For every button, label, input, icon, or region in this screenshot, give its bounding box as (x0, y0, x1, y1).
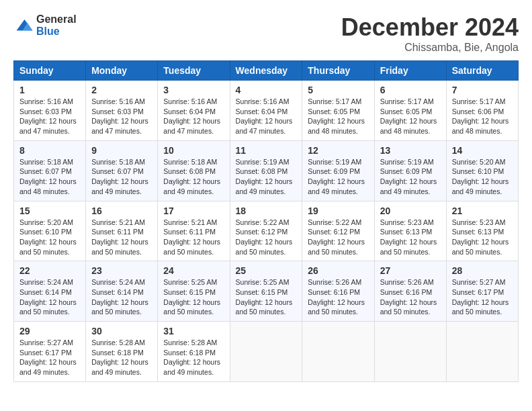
day-info: Sunrise: 5:28 AMSunset: 6:18 PMDaylight:… (163, 338, 224, 377)
logo-text: General Blue (36, 13, 77, 37)
table-row: 15Sunrise: 5:20 AMSunset: 6:10 PMDayligh… (14, 201, 86, 261)
col-friday: Friday (374, 61, 446, 81)
table-row: 22Sunrise: 5:24 AMSunset: 6:14 PMDayligh… (14, 261, 86, 322)
table-row: 2Sunrise: 5:16 AMSunset: 6:03 PMDaylight… (86, 81, 158, 141)
table-row: 12Sunrise: 5:19 AMSunset: 6:09 PMDayligh… (302, 140, 374, 201)
day-info: Sunrise: 5:22 AMSunset: 6:12 PMDaylight:… (308, 218, 368, 257)
day-number: 31 (163, 326, 224, 336)
day-number: 27 (380, 265, 441, 276)
table-row: 13Sunrise: 5:19 AMSunset: 6:09 PMDayligh… (374, 140, 446, 201)
table-row: 16Sunrise: 5:21 AMSunset: 6:11 PMDayligh… (86, 201, 158, 261)
table-row: 23Sunrise: 5:24 AMSunset: 6:14 PMDayligh… (86, 261, 158, 322)
day-number: 8 (19, 145, 80, 156)
day-number: 14 (452, 145, 513, 156)
day-number: 23 (91, 265, 152, 276)
table-row (374, 322, 446, 382)
day-number: 21 (452, 205, 513, 216)
calendar-week-row: 29Sunrise: 5:27 AMSunset: 6:17 PMDayligh… (14, 322, 519, 382)
day-info: Sunrise: 5:24 AMSunset: 6:14 PMDaylight:… (19, 277, 80, 317)
day-number: 22 (19, 265, 80, 276)
day-number: 1 (19, 85, 80, 95)
table-row: 9Sunrise: 5:18 AMSunset: 6:07 PMDaylight… (86, 140, 158, 201)
day-info: Sunrise: 5:28 AMSunset: 6:18 PMDaylight:… (91, 338, 152, 377)
table-row: 27Sunrise: 5:26 AMSunset: 6:16 PMDayligh… (374, 261, 446, 322)
table-row: 14Sunrise: 5:20 AMSunset: 6:10 PMDayligh… (446, 140, 518, 201)
table-row: 29Sunrise: 5:27 AMSunset: 6:17 PMDayligh… (14, 322, 86, 382)
day-number: 24 (163, 265, 224, 276)
month-title: December 2024 (341, 13, 519, 42)
table-row (302, 322, 374, 382)
table-row: 8Sunrise: 5:18 AMSunset: 6:07 PMDaylight… (14, 140, 86, 201)
day-info: Sunrise: 5:16 AMSunset: 6:04 PMDaylight:… (163, 97, 224, 136)
day-number: 13 (380, 145, 441, 156)
day-number: 29 (19, 326, 80, 336)
col-saturday: Saturday (446, 61, 518, 81)
table-row: 31Sunrise: 5:28 AMSunset: 6:18 PMDayligh… (158, 322, 230, 382)
calendar-week-row: 1Sunrise: 5:16 AMSunset: 6:03 PMDaylight… (14, 81, 519, 141)
day-number: 28 (452, 265, 513, 276)
calendar-table: Sunday Monday Tuesday Wednesday Thursday… (13, 60, 519, 382)
day-info: Sunrise: 5:20 AMSunset: 6:10 PMDaylight:… (452, 157, 513, 197)
day-info: Sunrise: 5:21 AMSunset: 6:11 PMDaylight:… (163, 218, 224, 257)
table-row: 21Sunrise: 5:23 AMSunset: 6:13 PMDayligh… (446, 201, 518, 261)
calendar-header-row: Sunday Monday Tuesday Wednesday Thursday… (14, 61, 519, 81)
day-info: Sunrise: 5:26 AMSunset: 6:16 PMDaylight:… (380, 277, 441, 317)
day-info: Sunrise: 5:16 AMSunset: 6:03 PMDaylight:… (91, 97, 152, 136)
page-header: General Blue December 2024 Chissamba, Bi… (13, 13, 519, 54)
col-thursday: Thursday (302, 61, 374, 81)
day-info: Sunrise: 5:23 AMSunset: 6:13 PMDaylight:… (452, 218, 513, 257)
day-info: Sunrise: 5:18 AMSunset: 6:07 PMDaylight:… (91, 157, 152, 197)
calendar-week-row: 22Sunrise: 5:24 AMSunset: 6:14 PMDayligh… (14, 261, 519, 322)
day-number: 11 (236, 145, 297, 156)
day-number: 2 (91, 85, 152, 95)
day-info: Sunrise: 5:19 AMSunset: 6:09 PMDaylight:… (308, 157, 368, 197)
table-row: 24Sunrise: 5:25 AMSunset: 6:15 PMDayligh… (158, 261, 230, 322)
day-number: 17 (163, 205, 224, 216)
day-info: Sunrise: 5:20 AMSunset: 6:10 PMDaylight:… (19, 218, 80, 257)
day-info: Sunrise: 5:25 AMSunset: 6:15 PMDaylight:… (163, 277, 224, 317)
table-row (230, 322, 302, 382)
table-row: 25Sunrise: 5:25 AMSunset: 6:15 PMDayligh… (230, 261, 302, 322)
day-info: Sunrise: 5:24 AMSunset: 6:14 PMDaylight:… (91, 277, 152, 317)
table-row: 5Sunrise: 5:17 AMSunset: 6:05 PMDaylight… (302, 81, 374, 141)
day-number: 5 (308, 85, 368, 95)
table-row: 4Sunrise: 5:16 AMSunset: 6:04 PMDaylight… (230, 81, 302, 141)
location-title: Chissamba, Bie, Angola (341, 42, 519, 54)
calendar-week-row: 15Sunrise: 5:20 AMSunset: 6:10 PMDayligh… (14, 201, 519, 261)
col-tuesday: Tuesday (158, 61, 230, 81)
day-info: Sunrise: 5:23 AMSunset: 6:13 PMDaylight:… (380, 218, 441, 257)
day-info: Sunrise: 5:17 AMSunset: 6:05 PMDaylight:… (380, 97, 441, 136)
day-number: 25 (236, 265, 297, 276)
table-row: 18Sunrise: 5:22 AMSunset: 6:12 PMDayligh… (230, 201, 302, 261)
day-info: Sunrise: 5:19 AMSunset: 6:09 PMDaylight:… (380, 157, 441, 197)
table-row: 30Sunrise: 5:28 AMSunset: 6:18 PMDayligh… (86, 322, 158, 382)
day-number: 12 (308, 145, 368, 156)
col-wednesday: Wednesday (230, 61, 302, 81)
day-number: 20 (380, 205, 441, 216)
day-number: 30 (91, 326, 152, 336)
table-row: 10Sunrise: 5:18 AMSunset: 6:08 PMDayligh… (158, 140, 230, 201)
col-sunday: Sunday (14, 61, 86, 81)
day-info: Sunrise: 5:16 AMSunset: 6:04 PMDaylight:… (236, 97, 297, 136)
calendar-week-row: 8Sunrise: 5:18 AMSunset: 6:07 PMDaylight… (14, 140, 519, 201)
day-number: 7 (452, 85, 513, 95)
table-row: 20Sunrise: 5:23 AMSunset: 6:13 PMDayligh… (374, 201, 446, 261)
col-monday: Monday (86, 61, 158, 81)
day-number: 26 (308, 265, 368, 276)
day-info: Sunrise: 5:26 AMSunset: 6:16 PMDaylight:… (308, 277, 368, 317)
day-number: 3 (163, 85, 224, 95)
day-number: 15 (19, 205, 80, 216)
day-number: 19 (308, 205, 368, 216)
logo: General Blue (13, 13, 77, 37)
day-info: Sunrise: 5:27 AMSunset: 6:17 PMDaylight:… (19, 338, 80, 377)
logo-icon (13, 15, 34, 36)
day-number: 18 (236, 205, 297, 216)
table-row: 3Sunrise: 5:16 AMSunset: 6:04 PMDaylight… (158, 81, 230, 141)
day-number: 4 (236, 85, 297, 95)
day-number: 10 (163, 145, 224, 156)
day-info: Sunrise: 5:21 AMSunset: 6:11 PMDaylight:… (91, 218, 152, 257)
title-area: December 2024 Chissamba, Bie, Angola (341, 13, 519, 54)
day-info: Sunrise: 5:16 AMSunset: 6:03 PMDaylight:… (19, 97, 80, 136)
day-info: Sunrise: 5:19 AMSunset: 6:08 PMDaylight:… (236, 157, 297, 197)
table-row: 28Sunrise: 5:27 AMSunset: 6:17 PMDayligh… (446, 261, 518, 322)
